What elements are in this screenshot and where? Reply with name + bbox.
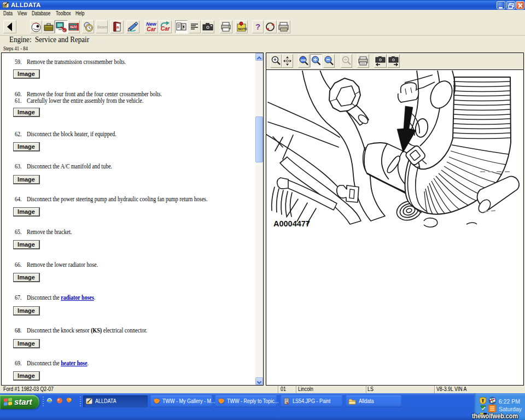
svg-text:100: 100 <box>300 59 306 62</box>
svg-text:Beam: Beam <box>97 25 107 29</box>
svg-text:A0004477: A0004477 <box>273 219 310 228</box>
svg-text:NOTE: NOTE <box>238 27 248 31</box>
svg-text:750: 750 <box>71 25 77 29</box>
svg-text:a: a <box>116 25 119 30</box>
